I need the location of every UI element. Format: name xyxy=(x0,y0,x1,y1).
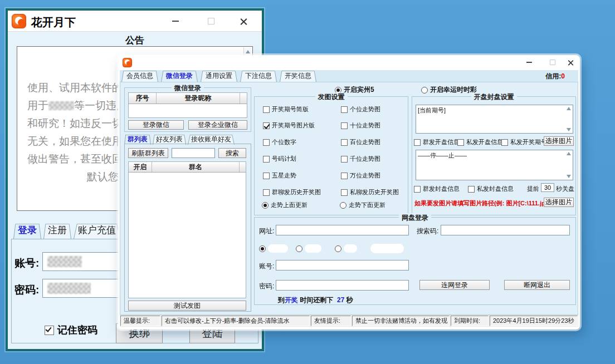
close-message-text: ——停——止—— xyxy=(418,151,467,160)
cb-private-draw-number[interactable]: 私发开奖期号 xyxy=(501,138,547,146)
netdisk-password-input[interactable] xyxy=(276,280,409,291)
list-tabbar: 群列表 好友列表 接收账单好友 xyxy=(124,134,235,145)
login-enterprise-wechat-button[interactable]: 登录企业微信 xyxy=(188,120,247,130)
maximize-button[interactable] xyxy=(541,55,564,70)
url-label: 网址: xyxy=(259,227,274,236)
minimize-icon xyxy=(172,21,179,22)
tab-register[interactable]: 注册 xyxy=(43,222,71,239)
radio-icon xyxy=(421,87,428,94)
account-label: 账号: xyxy=(14,256,39,270)
minimize-button[interactable] xyxy=(162,11,189,32)
app-logo-icon xyxy=(123,58,132,67)
status-bar: 温馨提示: 右击可以修改-上下分-赔率-删除会员-清除流水 友情提示: 禁止一切… xyxy=(120,315,578,327)
cb-units-trend-image[interactable]: 个位走势图 xyxy=(341,105,380,114)
radio-icon xyxy=(340,202,346,209)
tab-recharge[interactable]: 账户充值 xyxy=(74,222,120,239)
cb-group-open-message[interactable]: 群发开盘信息 xyxy=(414,138,460,146)
cb-draw-number-image[interactable]: 开奖期号图片版 xyxy=(263,121,315,130)
tab-group-list[interactable]: 群列表 xyxy=(124,134,151,145)
search-button[interactable]: 搜索 xyxy=(218,148,246,158)
open-message-textarea[interactable]: [当前期号] xyxy=(416,105,573,134)
column-header-blank xyxy=(240,162,246,172)
cb-draw-number-simple[interactable]: 开奖期号简版 xyxy=(263,105,309,114)
advance-seconds-input[interactable] xyxy=(541,183,554,192)
redacted-text xyxy=(48,101,74,110)
refresh-group-list-button[interactable]: 刷新群列表 xyxy=(128,148,168,158)
checkbox-mark-icon xyxy=(263,189,270,196)
disconnect-exit-button[interactable]: 断网退出 xyxy=(504,280,570,290)
checkbox-mark-icon xyxy=(341,106,348,113)
cb-group-history-image[interactable]: 群聊发历史开奖图 xyxy=(263,188,321,196)
cb-thousands-trend-image[interactable]: 千位走势图 xyxy=(341,155,380,163)
checkbox-mark-icon xyxy=(468,186,475,193)
checkbox-mark-icon xyxy=(457,139,464,146)
test-send-image-button[interactable]: 测试发图 xyxy=(128,301,246,311)
mode-radio-lucky-ssc[interactable]: 开启幸运时时彩 xyxy=(421,85,477,95)
status-tip1-label: 温馨提示: xyxy=(120,316,160,326)
cb-number-plan[interactable]: 号码计划 xyxy=(263,155,296,163)
remember-password-checkbox[interactable]: 记住密码 xyxy=(45,323,97,337)
radio-icon xyxy=(335,245,341,252)
remember-password-label: 记住密码 xyxy=(57,323,97,337)
cb-hundreds-trend-image[interactable]: 百位走势图 xyxy=(341,138,380,146)
radio-trend-update-top[interactable]: 走势上面更新 xyxy=(262,201,308,209)
cb-units-digit[interactable]: 个位数字 xyxy=(263,138,296,146)
column-header-index[interactable]: 序号 xyxy=(129,93,157,104)
cb-private-open-message[interactable]: 私发开盘信息 xyxy=(457,138,503,146)
netdisk-source-radio-3[interactable] xyxy=(335,244,357,253)
choose-image-button-close[interactable]: 选择图片 xyxy=(544,198,574,207)
arrow-up-icon xyxy=(567,107,571,110)
redacted-radio-label xyxy=(268,244,288,253)
column-header-nickname[interactable]: 登录昵称 xyxy=(157,93,240,104)
tab-login[interactable]: 登录 xyxy=(13,222,41,239)
tab-friend-list[interactable]: 好友列表 xyxy=(153,134,186,145)
tab-member-info[interactable]: 会员信息 xyxy=(121,70,158,82)
tab-draw-info[interactable]: 开奖信息 xyxy=(280,70,316,82)
netdisk-account-input[interactable] xyxy=(276,260,409,270)
app-logo-icon xyxy=(12,14,26,28)
tab-bet-info[interactable]: 下注信息 xyxy=(240,70,277,82)
column-header-group-name[interactable]: 群名 xyxy=(152,162,240,172)
search-code-input[interactable] xyxy=(441,225,570,235)
checkbox-mark-icon xyxy=(414,186,421,193)
cb-tenthousands-trend-image[interactable]: 万位走势图 xyxy=(341,171,380,180)
column-header-enable[interactable]: 开启 xyxy=(129,162,152,172)
maximize-button[interactable] xyxy=(197,11,225,32)
netdisk-source-radio-2[interactable] xyxy=(296,244,321,253)
close-button[interactable] xyxy=(563,55,578,70)
choose-image-button-open[interactable]: 选择图片 xyxy=(544,136,574,146)
market-settings-title: 开盘封盘设置 xyxy=(471,92,517,102)
cb-five-star-trend[interactable]: 五星走势 xyxy=(263,171,296,180)
minimize-button[interactable] xyxy=(518,55,540,70)
close-message-textarea[interactable]: ——停——止—— xyxy=(416,150,573,180)
close-icon xyxy=(568,60,573,65)
login-wechat-button[interactable]: 登录微信 xyxy=(128,120,184,130)
netdisk-source-radio-1[interactable] xyxy=(259,244,288,253)
radio-trend-update-bottom[interactable]: 走势下面更新 xyxy=(340,201,385,209)
main-content: 微信登录 序号 登录昵称 登录微信 登录企业微信 群列表 好友列表 接收账单好友… xyxy=(120,82,578,315)
arrow-down-icon xyxy=(567,175,571,178)
redacted-radio-label xyxy=(344,244,357,253)
arrow-up-icon xyxy=(246,50,250,53)
column-header-blank xyxy=(240,93,247,104)
main-window: 信用:0 会员信息 微信登录 通用设置 下注信息 开奖信息 微信登录 序号 登录… xyxy=(118,55,580,329)
checkbox-mark-icon xyxy=(341,173,348,179)
tab-bill-friends[interactable]: 接收账单好友 xyxy=(188,134,235,145)
wechat-account-table[interactable]: 序号 登录昵称 xyxy=(128,92,247,118)
group-search-input[interactable] xyxy=(172,148,215,158)
tab-wechat-login[interactable]: 微信登录 xyxy=(161,70,198,82)
main-titlebar xyxy=(118,55,580,70)
redacted-account-value xyxy=(47,256,82,267)
cb-tens-trend-image[interactable]: 十位走势图 xyxy=(341,121,380,130)
cb-private-history-image[interactable]: 私聊发历史开奖图 xyxy=(341,188,399,196)
tab-general-settings[interactable]: 通用设置 xyxy=(201,70,237,82)
countdown-draw-link[interactable]: 开奖 xyxy=(285,296,298,304)
url-input[interactable] xyxy=(276,225,409,235)
connect-login-button[interactable]: 连网登录 xyxy=(419,280,490,290)
cb-group-close-message[interactable]: 群发封盘信息 xyxy=(414,185,460,193)
checkbox-mark-icon xyxy=(263,173,270,179)
group-table[interactable]: 开启 群名 xyxy=(128,161,246,298)
countdown-suffix: 秒 xyxy=(346,296,353,304)
cb-private-close-message[interactable]: 私发封盘信息 xyxy=(468,185,514,193)
close-button[interactable] xyxy=(230,11,257,32)
